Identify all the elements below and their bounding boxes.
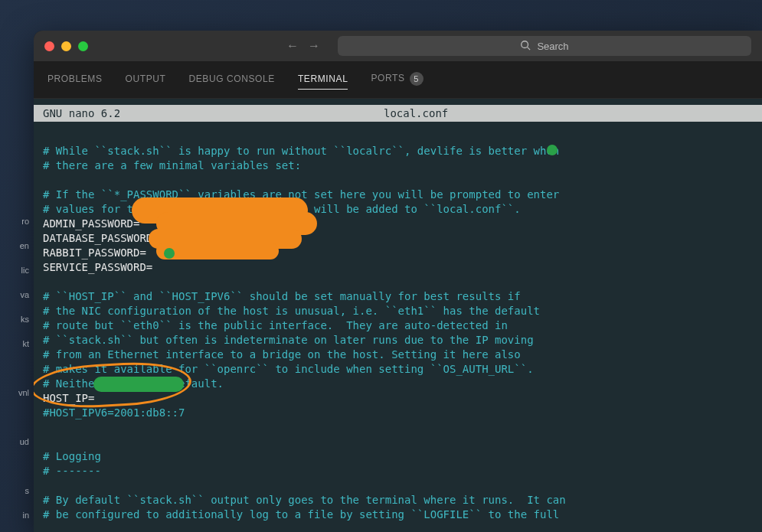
tab-terminal[interactable]: TERMINAL [298,73,348,90]
annotation-dot [164,248,175,259]
file-line: # ``stack.sh`` but often is indeterminat… [43,334,534,346]
redaction-orange [156,212,317,235]
file-line: # the NIC configuration of the host is u… [43,305,540,317]
file-line: # If the ``*_PASSWORD`` variables are no… [43,188,559,201]
side-label: lic [0,263,31,277]
tab-label: PORTS [371,73,404,83]
nano-version: GNU nano 6.2 [43,106,384,120]
file-line: # ``HOST_IP`` and ``HOST_IPV6`` should b… [43,290,521,302]
tab-label: PROBLEMS [47,73,103,84]
tab-label: OUTPUT [126,73,166,84]
tab-label: DEBUG CONSOLE [188,73,275,84]
side-label [0,361,31,375]
file-line: # ------- [43,465,101,477]
nav-arrows: ← → [283,36,324,56]
svg-line-1 [528,47,531,50]
tab-output[interactable]: OUTPUT [126,73,166,89]
vscode-window: ← → Search PROBLEMS OUTPUT DEBUG CONSOLE… [34,31,762,532]
file-line: #HOST_IPV6=2001:db8::7 [43,406,185,419]
side-label: ro [0,214,31,228]
side-label [0,410,31,424]
tab-label: TERMINAL [298,73,348,84]
file-line: DATABASE_PASSWORD= [43,232,159,244]
file-line: # route but ``eth0`` is the public inter… [43,319,508,331]
window-close-button[interactable] [44,41,54,51]
search-icon [520,40,531,53]
side-label: s [0,484,31,498]
redaction-orange [149,229,302,249]
arrow-right-icon: → [308,39,320,53]
file-line: RABBIT_PASSWORD= [43,246,146,259]
nano-header-bar: GNU nano 6.2 local.conf [34,105,762,122]
search-placeholder: Search [537,41,568,52]
ports-count-badge: 5 [410,72,424,86]
tab-debug-console[interactable]: DEBUG CONSOLE [188,73,275,89]
file-line: SERVICE_PASSWORD= [43,261,152,273]
side-label: vnl [0,386,31,400]
side-label: en [0,239,31,253]
side-label: kt [0,337,31,351]
file-line: # While ``stack.sh`` is happy to run wit… [43,145,559,157]
side-label: ks [0,312,31,326]
panel-tabs: PROBLEMS OUTPUT DEBUG CONSOLE TERMINAL P… [34,61,762,99]
titlebar: ← → Search [34,31,762,61]
tab-problems[interactable]: PROBLEMS [47,73,103,89]
terminal-panel[interactable]: GNU nano 6.2 local.conf # While ``stack.… [34,99,762,532]
file-line: # makes it available for ``openrc`` to i… [43,363,534,375]
side-label: ud [0,435,31,449]
file-line: # be configured to additionally log to a… [43,508,559,521]
file-line: # Neither is set by default. [43,377,224,390]
file-line: # Logging [43,450,101,462]
side-label: va [0,288,31,302]
window-minimize-button[interactable] [61,41,71,51]
nano-editor-body[interactable]: # While ``stack.sh`` is happy to run wit… [34,122,762,532]
svg-point-0 [522,41,528,47]
traffic-lights [44,41,88,51]
side-label [0,459,31,473]
command-center-search[interactable]: Search [338,36,751,56]
redaction-orange [156,243,279,259]
nav-forward-button[interactable]: → [304,36,324,56]
nav-back-button[interactable]: ← [283,36,303,56]
nano-filename: local.conf [384,106,753,120]
file-line: HOST_IP= [43,392,94,404]
terminal-content: GNU nano 6.2 local.conf # While ``stack.… [34,99,762,532]
file-line: # By default ``stack.sh`` output only go… [43,494,566,506]
file-line: ADMIN_PASSWORD= [43,217,139,230]
file-line: # there are a few minimal variables set: [43,159,301,171]
arrow-left-icon: ← [286,39,299,53]
tab-ports[interactable]: PORTS5 [371,72,423,90]
desktop-side-labels: ro en lic va ks kt vnl ud s in in [0,214,31,532]
file-line: # values for them by ``stack.sh``and the… [43,203,521,215]
file-line: # from an Ethernet interface to a bridge… [43,348,521,361]
window-zoom-button[interactable] [78,41,88,51]
side-label: in [0,508,31,522]
